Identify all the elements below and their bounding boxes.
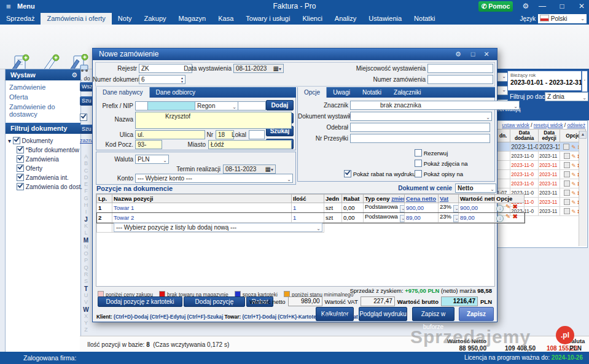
row-edit-icon[interactable]: ✎ bbox=[571, 163, 576, 169]
checkbox[interactable] bbox=[17, 155, 24, 163]
add-position-button[interactable]: Dodaj pozycję bbox=[184, 296, 245, 307]
dialog-gear-icon[interactable]: ⚙ bbox=[451, 48, 465, 60]
price-mode-select[interactable]: Netto⌄ bbox=[455, 184, 496, 193]
regon-select[interactable]: Regon⌄ bbox=[195, 101, 238, 110]
buyer-tab[interactable]: Dane odbiorcy bbox=[150, 87, 201, 98]
note-icon[interactable] bbox=[563, 144, 569, 150]
dialog-close-icon[interactable]: ✕ bbox=[480, 48, 493, 60]
settings-gear-icon[interactable]: ⚙ bbox=[519, 1, 532, 12]
clipped-select-link[interactable]: zazna bbox=[80, 137, 92, 144]
menu-tab[interactable]: Zamówienia i oferty bbox=[41, 13, 111, 25]
tree-item[interactable]: Zamówienia do dost. bbox=[8, 182, 80, 192]
order-number-input[interactable] bbox=[427, 75, 493, 84]
alphabet-letter[interactable]: Y bbox=[82, 320, 90, 327]
note-icon[interactable] bbox=[564, 180, 570, 187]
option-tab[interactable]: Opcje bbox=[297, 87, 327, 98]
view-link[interactable]: ustaw widok bbox=[502, 123, 529, 128]
buyer-tab[interactable]: Dane nabywcy bbox=[96, 87, 150, 98]
name-textarea[interactable]: Krzysztof bbox=[135, 112, 292, 129]
tree-item[interactable]: Zamówienia bbox=[8, 155, 80, 164]
alphabet-letter[interactable]: K bbox=[82, 223, 90, 230]
details-icon[interactable]: ↓ bbox=[496, 205, 504, 212]
document-row[interactable]: 2023-11-02023-11 ✎ ✖ bbox=[496, 161, 586, 170]
date-filter-select[interactable]: Z dnia⌄ bbox=[545, 92, 588, 101]
document-row[interactable]: 2023-11-02023-11 ✎ ✖ bbox=[496, 152, 586, 161]
scrollbar[interactable]: ▲ bbox=[579, 131, 587, 246]
alphabet-letter[interactable]: X bbox=[82, 313, 90, 320]
note-icon[interactable] bbox=[564, 190, 570, 196]
tree-collapse-icon[interactable]: ▾ bbox=[8, 137, 13, 144]
row-edit-icon[interactable]: ✎ bbox=[571, 209, 576, 215]
menu-tab[interactable]: Towary i usługi bbox=[240, 13, 296, 25]
change-price-type-link[interactable]: zmień bbox=[391, 196, 404, 202]
local-input[interactable] bbox=[249, 130, 265, 139]
show-descriptions-checkbox[interactable]: Pokaż opisy na bbox=[415, 170, 463, 177]
issue-date-input[interactable]: 08-11-2023▦▾ bbox=[233, 64, 284, 73]
alphabet-letter[interactable]: Z bbox=[82, 327, 90, 333]
alphabet-letter[interactable]: S bbox=[82, 278, 90, 285]
show-discount-checkbox[interactable]: Pokaż rabat na wydruku bbox=[344, 170, 416, 177]
add-position-select[interactable]: --- Wybierz pozycję z listy lub dodaj no… bbox=[114, 223, 322, 232]
row-edit-icon[interactable]: ✎ bbox=[571, 181, 576, 187]
menu-tab[interactable]: Noty bbox=[112, 13, 138, 25]
alphabet-letter[interactable]: F bbox=[82, 188, 90, 195]
doc-number-spinner[interactable]: 6▲▼ bbox=[139, 75, 185, 84]
panel-gear-icon[interactable]: ⚙ bbox=[71, 69, 77, 80]
checkbox[interactable] bbox=[13, 137, 20, 144]
row-delete-icon[interactable]: ✖ bbox=[512, 213, 517, 220]
buyer-city-input[interactable]: Łódź bbox=[208, 140, 292, 149]
alphabet-letter[interactable]: U bbox=[82, 292, 90, 299]
alphabet-letter[interactable]: A bbox=[82, 153, 90, 160]
option-tab[interactable]: Notatki bbox=[356, 87, 388, 98]
period-more-button[interactable]: ‧ bbox=[582, 71, 588, 92]
sidebar-link[interactable]: Zamówienie do dostawcy bbox=[6, 102, 80, 119]
alphabet-letter[interactable]: J bbox=[82, 216, 90, 223]
sidebar-link[interactable]: Zamówienie bbox=[6, 82, 80, 92]
alphabet-index-strip[interactable]: ABCDEFGHIJKLMNOPQRSTUVWXYZ bbox=[82, 153, 90, 334]
menu-tab[interactable]: Analizy bbox=[329, 13, 362, 25]
alphabet-letter[interactable]: D bbox=[82, 174, 90, 181]
row-edit-icon[interactable]: ✎ bbox=[571, 190, 576, 196]
minimize-icon[interactable]: — bbox=[536, 1, 549, 12]
alphabet-letter[interactable]: V bbox=[82, 299, 90, 306]
period-selector[interactable]: Bieżący rok 2023-01-01 - 2023-12-31 bbox=[507, 71, 582, 91]
alphabet-letter[interactable]: E bbox=[82, 181, 90, 188]
menu-tab[interactable]: Sprzedaż bbox=[0, 13, 41, 25]
account-select[interactable]: --- Wybierz konto ---⌄ bbox=[135, 174, 293, 183]
tree-item[interactable]: Zamówienia int. bbox=[8, 173, 80, 182]
chevron-down-icon[interactable]: ⌄ bbox=[400, 205, 405, 212]
document-row[interactable]: 2023-11-02023-11 ✎ ✖ bbox=[496, 170, 586, 179]
row-edit-icon[interactable]: ✎ bbox=[571, 144, 576, 150]
alphabet-letter[interactable]: Q bbox=[82, 265, 90, 271]
alphabet-letter[interactable]: G bbox=[82, 195, 90, 202]
sidebar-link[interactable]: Oferta bbox=[6, 92, 80, 102]
row-edit-icon[interactable]: ✎ bbox=[505, 213, 510, 220]
checkbox[interactable] bbox=[17, 165, 24, 172]
received-input[interactable] bbox=[350, 123, 490, 132]
alphabet-letter[interactable]: L bbox=[82, 230, 90, 236]
note-icon[interactable] bbox=[564, 171, 570, 177]
chevron-down-icon[interactable]: ⌄ bbox=[453, 205, 459, 212]
tree-root[interactable]: ▾ Dokumenty bbox=[8, 136, 80, 145]
save-buffer-button[interactable]: Zapisz w buforze bbox=[412, 307, 454, 321]
checkbox[interactable] bbox=[17, 174, 24, 181]
row-edit-icon[interactable]: ✎ bbox=[571, 153, 576, 160]
menu-tab[interactable]: Ustawienia bbox=[362, 13, 408, 25]
nip-input[interactable] bbox=[147, 101, 197, 110]
show-photos-checkbox[interactable]: Pokaż zdjęcia na bbox=[415, 160, 467, 167]
zip-input[interactable]: 93- bbox=[135, 140, 162, 149]
menu-tab[interactable]: Zakupy bbox=[138, 13, 172, 25]
scroll-up-icon[interactable]: ▲ bbox=[579, 131, 587, 139]
chevron-down-icon[interactable]: ⌄ bbox=[400, 215, 405, 222]
tree-item[interactable]: *Bufor dokumentów bbox=[8, 145, 80, 155]
note-icon[interactable] bbox=[564, 199, 570, 205]
buyer-button-dodaj[interactable]: Dodaj bbox=[266, 100, 294, 110]
checkbox[interactable] bbox=[17, 146, 24, 153]
row-edit-icon[interactable]: ✎ bbox=[571, 199, 576, 206]
alphabet-letter[interactable]: I bbox=[82, 209, 90, 215]
option-tab[interactable]: Uwagi bbox=[327, 87, 356, 98]
issue-city-input[interactable] bbox=[427, 64, 493, 73]
menu-tab[interactable]: Kasa bbox=[212, 13, 240, 25]
row-delete-icon[interactable]: ✖ bbox=[512, 203, 517, 210]
currency-select[interactable]: PLN⌄ bbox=[135, 155, 169, 164]
